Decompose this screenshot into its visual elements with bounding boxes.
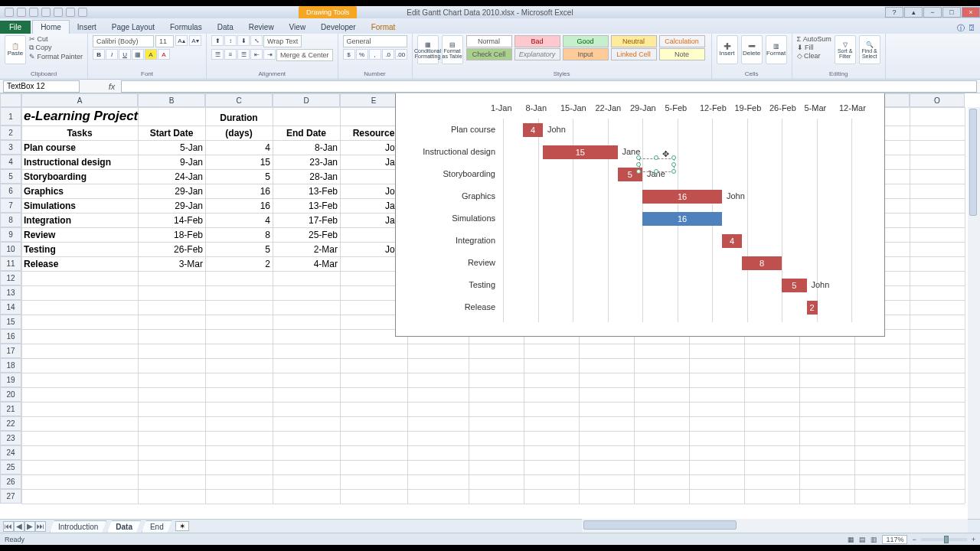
cell-duration[interactable]: 5 <box>205 242 273 256</box>
view-break-icon[interactable]: ▥ <box>871 536 877 543</box>
merge-center-button[interactable]: Merge & Center <box>276 49 333 61</box>
gantt-bar[interactable]: 5 <box>782 279 807 292</box>
options-icon[interactable]: ⍰ <box>969 23 974 34</box>
qat-btn[interactable] <box>66 8 75 17</box>
align-middle-icon[interactable]: ↕ <box>224 35 237 46</box>
cell-duration[interactable]: 15 <box>205 155 273 169</box>
cell-task[interactable]: Review <box>21 227 138 242</box>
row-header[interactable]: 18 <box>0 358 21 373</box>
copy-button[interactable]: ⧉ Copy <box>29 44 83 52</box>
align-bottom-icon[interactable]: ⬇ <box>237 35 250 46</box>
cell-duration[interactable]: 8 <box>205 227 273 242</box>
percent-icon[interactable]: % <box>356 49 368 60</box>
maximize-button[interactable]: □ <box>942 7 961 18</box>
tab-insert[interactable]: Insert <box>70 21 104 34</box>
cell-end[interactable]: 8-Jan <box>273 140 340 155</box>
font-name-select[interactable]: Calibri (Body) <box>93 35 154 47</box>
selection-handle[interactable] <box>654 155 658 160</box>
cell-task[interactable]: Testing <box>21 242 138 256</box>
row-header[interactable]: 11 <box>0 256 21 271</box>
row-header[interactable]: 15 <box>0 315 21 329</box>
worksheet-grid[interactable]: ABCDEFGHIJKLMNO 123456789101112131415161… <box>0 93 980 519</box>
sort-filter-button[interactable]: ▽Sort & Filter <box>835 35 856 64</box>
view-layout-icon[interactable]: ▤ <box>859 536 866 543</box>
ribbon-min-icon[interactable]: ▴ <box>904 7 923 18</box>
cell-end[interactable]: 4-Mar <box>273 256 340 271</box>
sheet-nav-last-icon[interactable]: ⏭ <box>35 521 46 532</box>
minimize-button[interactable]: − <box>923 7 942 18</box>
row-header[interactable]: 9 <box>0 227 21 242</box>
qat-undo-icon[interactable] <box>17 8 26 17</box>
style-note[interactable]: Note <box>659 48 705 60</box>
row-header[interactable]: 27 <box>0 489 21 504</box>
new-sheet-icon[interactable]: ✶ <box>175 521 189 531</box>
header-duration-2[interactable]: (days) <box>205 126 273 140</box>
cell-duration[interactable]: 16 <box>205 184 273 198</box>
cell-task[interactable]: Graphics <box>21 184 138 198</box>
selection-handle[interactable] <box>671 169 676 174</box>
vertical-scrollbar[interactable] <box>968 107 980 519</box>
gantt-bar[interactable]: 4 <box>722 234 742 248</box>
cell-start[interactable]: 18-Feb <box>138 227 205 242</box>
sheet-tab-introduction[interactable]: Introduction <box>50 520 106 533</box>
selection-handle[interactable] <box>654 169 658 174</box>
inc-decimal-icon[interactable]: .0 <box>382 49 394 60</box>
cell-duration[interactable]: 4 <box>205 140 273 155</box>
shrink-font-icon[interactable]: A▾ <box>189 35 201 46</box>
header-end[interactable]: End Date <box>273 126 340 140</box>
column-header[interactable]: B <box>138 93 205 107</box>
fill-color-icon[interactable]: A <box>145 49 157 60</box>
qat-redo-icon[interactable] <box>29 8 38 17</box>
selection-handle[interactable] <box>671 155 676 160</box>
insert-cells-button[interactable]: ➕Insert <box>717 35 738 64</box>
row-header[interactable]: 16 <box>0 329 21 344</box>
underline-button[interactable]: U <box>119 49 131 60</box>
row-header[interactable]: 12 <box>0 271 21 285</box>
number-format-select[interactable]: General <box>343 35 407 47</box>
style-input[interactable]: Input <box>563 48 609 60</box>
tab-developer[interactable]: Developer <box>313 21 364 34</box>
row-header[interactable]: 19 <box>0 373 21 387</box>
gantt-bar[interactable]: 16 <box>642 212 722 226</box>
name-box[interactable]: TextBox 12 <box>3 80 80 93</box>
row-header[interactable]: 3 <box>0 140 21 155</box>
cell-end[interactable]: 23-Jan <box>273 155 340 169</box>
row-header[interactable]: 7 <box>0 198 21 213</box>
border-icon[interactable]: ▦ <box>132 49 144 60</box>
close-button[interactable]: × <box>962 7 980 18</box>
selection-handle[interactable] <box>671 162 676 167</box>
tab-format[interactable]: Format <box>364 21 403 34</box>
qat-btn[interactable] <box>41 8 51 17</box>
indent-dec-icon[interactable]: ⇤ <box>250 49 263 60</box>
dec-decimal-icon[interactable]: .00 <box>395 49 407 60</box>
cell-task[interactable]: Plan course <box>21 140 138 155</box>
cell-task[interactable]: Instructional design <box>21 155 138 169</box>
column-header[interactable]: D <box>273 93 340 107</box>
row-header[interactable]: 25 <box>0 460 21 474</box>
column-header[interactable]: O <box>910 93 965 107</box>
row-header[interactable]: 13 <box>0 285 21 300</box>
header-tasks[interactable]: Tasks <box>21 126 138 140</box>
fx-icon[interactable]: fx <box>106 82 118 91</box>
row-header[interactable]: 10 <box>0 242 21 256</box>
font-size-select[interactable]: 11 <box>155 35 174 47</box>
cell-task[interactable]: Integration <box>21 213 138 227</box>
column-header[interactable]: A <box>21 93 138 107</box>
gantt-bar[interactable]: 16 <box>642 190 722 204</box>
currency-icon[interactable]: $ <box>343 49 355 60</box>
row-header[interactable]: 23 <box>0 431 21 445</box>
cell-start[interactable]: 26-Feb <box>138 242 205 256</box>
row-header[interactable]: 5 <box>0 169 21 184</box>
sheet-tab-end[interactable]: End <box>142 520 172 533</box>
row-header[interactable]: 1 <box>0 107 21 126</box>
qat-save-icon[interactable] <box>5 8 14 17</box>
font-color-icon[interactable]: A <box>158 49 170 60</box>
cell-start[interactable]: 9-Jan <box>138 155 205 169</box>
cell-task[interactable]: Storyboarding <box>21 169 138 184</box>
cell-start[interactable]: 5-Jan <box>138 140 205 155</box>
header-start[interactable]: Start Date <box>138 126 205 140</box>
row-header[interactable]: 4 <box>0 155 21 169</box>
cell-end[interactable]: 13-Feb <box>273 184 340 198</box>
cell-task[interactable]: Release <box>21 256 138 271</box>
zoom-slider[interactable] <box>921 538 967 541</box>
